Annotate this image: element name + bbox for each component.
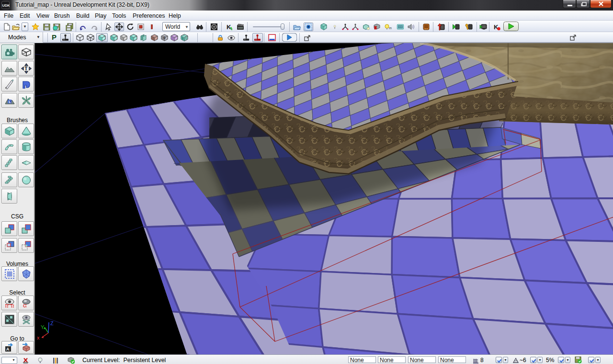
svg-text:L: L xyxy=(9,100,11,104)
svg-text:x: x xyxy=(37,335,40,341)
svg-text:Z: Z xyxy=(50,320,54,326)
svg-text:UDK: UDK xyxy=(2,3,10,8)
svg-text:Y: Y xyxy=(41,324,45,330)
svg-text:A: A xyxy=(6,347,10,352)
svg-text:m: m xyxy=(389,26,392,30)
svg-text:T: T xyxy=(24,66,28,71)
svg-text:S: S xyxy=(163,35,166,40)
